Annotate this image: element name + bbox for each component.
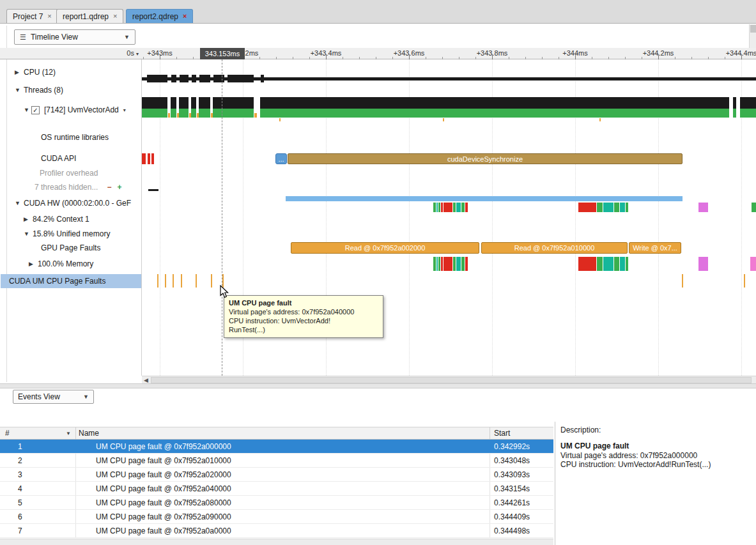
expanded-arrow-icon[interactable]: ▼	[15, 87, 22, 93]
collapsed-arrow-icon[interactable]: ▶	[29, 261, 36, 267]
context-activity-segment[interactable]	[603, 203, 613, 212]
memory-activity-segment[interactable]	[441, 257, 443, 271]
memory-activity-segment[interactable]	[453, 257, 456, 271]
events-table-scrollbar[interactable]	[0, 539, 553, 545]
thread-checkbox[interactable]: ✓	[31, 106, 40, 114]
cuda-api-left-calls-segment[interactable]	[142, 153, 146, 164]
thread-state-green-segment[interactable]	[171, 109, 176, 118]
sidebar-item-context1[interactable]: ▶ 84.2% Context 1	[6, 212, 141, 226]
thread-state-top-segment[interactable]	[213, 97, 254, 109]
cpu-usage-segment[interactable]	[213, 75, 224, 82]
tab-close-icon[interactable]: ×	[113, 13, 117, 20]
tab-report1[interactable]: report1.qdrep ×	[56, 9, 123, 23]
expanded-arrow-icon[interactable]: ▼	[15, 200, 22, 206]
memory-activity-segment[interactable]	[597, 257, 603, 271]
collapsed-arrow-icon[interactable]: ▶	[24, 216, 31, 222]
panel-splitter[interactable]	[0, 383, 756, 388]
memory-activity-segment[interactable]	[456, 257, 461, 271]
memory-activity-segment[interactable]	[578, 257, 596, 271]
sidebar-item-threads[interactable]: ▼ Threads (8)	[6, 83, 141, 97]
thread-state-top-segment[interactable]	[740, 97, 756, 109]
thread-gap-marks-segment[interactable]	[189, 113, 191, 118]
thread-state-green-segment[interactable]	[191, 109, 196, 118]
thread-marker-ticks-segment[interactable]	[599, 118, 601, 121]
context-activity-segment[interactable]	[433, 203, 436, 212]
thread-marker-ticks-segment[interactable]	[443, 118, 444, 121]
thread-state-green-segment[interactable]	[179, 109, 189, 118]
thread-state-green-segment[interactable]	[260, 109, 729, 118]
tab-close-icon[interactable]: ×	[183, 13, 187, 20]
context-activity-segment[interactable]	[578, 203, 596, 212]
sidebar-item-um-cpu-page-faults[interactable]: CUDA UM CPU Page Faults	[1, 274, 141, 288]
thread-state-top-segment[interactable]	[199, 97, 210, 109]
thread-state-top-segment[interactable]	[179, 97, 189, 109]
context-activity-segment[interactable]	[597, 203, 603, 212]
context-activity-segment[interactable]	[456, 203, 461, 212]
memory-activity-segment[interactable]	[626, 257, 628, 271]
context-activity-segment[interactable]	[752, 203, 756, 212]
chevron-down-icon[interactable]: ▾	[123, 107, 126, 113]
context-activity-segment[interactable]	[698, 203, 708, 212]
tab-close-icon[interactable]: ×	[47, 13, 51, 20]
context-activity-segment[interactable]	[444, 203, 452, 212]
event-table-row[interactable]: 7UM CPU page fault @ 0x7f952a0a00000.344…	[0, 524, 553, 538]
thread-gap-marks-segment[interactable]	[197, 113, 199, 118]
expanded-arrow-icon[interactable]: ▼	[24, 107, 31, 113]
thread-gap-marks-segment[interactable]	[254, 113, 257, 118]
um-cpu-page-fault-tick[interactable]	[211, 274, 212, 288]
cpu-usage-segment[interactable]	[171, 75, 176, 82]
sidebar-item-cpu[interactable]: ▶ CPU (12)	[6, 65, 141, 79]
scrollbar-thumb[interactable]	[151, 377, 752, 383]
context-activity-segment[interactable]	[461, 203, 465, 212]
thread-state-green-segment[interactable]	[740, 109, 756, 118]
thread-state-green-segment[interactable]	[199, 109, 210, 118]
event-table-row[interactable]: 2UM CPU page fault @ 0x7f952a0100000.343…	[0, 454, 553, 468]
thread-state-green-segment[interactable]	[213, 109, 254, 118]
cpu-usage-segment[interactable]	[192, 75, 196, 82]
gpu-page-fault-bar[interactable]: Write @ 0x7...	[629, 242, 681, 254]
cuda-api-call-bar[interactable]: cudaDeviceSynchronize	[288, 153, 683, 164]
expanded-arrow-icon[interactable]: ▼	[24, 231, 31, 237]
thread-state-top-segment[interactable]	[733, 97, 736, 109]
event-table-row[interactable]: 3UM CPU page fault @ 0x7f952a0200000.343…	[0, 468, 553, 482]
context-activity-segment[interactable]	[620, 203, 625, 212]
sidebar-item-memory[interactable]: ▶ 100.0% Memory	[6, 257, 141, 271]
thread-gap-marks-segment[interactable]	[168, 113, 170, 118]
thread-state-top-segment[interactable]	[191, 97, 196, 109]
timeline-vertical-scrollbar[interactable]	[749, 24, 756, 48]
column-header-name[interactable]: Name	[76, 427, 490, 439]
thread-state-green-segment[interactable]	[142, 109, 167, 118]
cpu-usage-segment[interactable]	[261, 75, 264, 82]
memory-activity-segment[interactable]	[465, 257, 468, 271]
um-cpu-page-fault-tick[interactable]	[196, 274, 197, 288]
cuda-api-left-calls-segment[interactable]	[148, 153, 150, 164]
collapsed-arrow-icon[interactable]: ▶	[15, 69, 22, 75]
context-activity-segment[interactable]	[436, 203, 438, 212]
events-view-selector[interactable]: Events View ▼	[13, 390, 94, 404]
sidebar-item-profiler-overhead[interactable]: Profiler overhead	[6, 166, 141, 180]
memory-activity-segment[interactable]	[436, 257, 438, 271]
um-cpu-page-fault-tick[interactable]	[173, 274, 174, 288]
context-activity-segment[interactable]	[453, 203, 456, 212]
column-header-start[interactable]: Start	[490, 427, 553, 439]
memory-activity-segment[interactable]	[750, 257, 756, 271]
context-activity-segment[interactable]	[626, 203, 628, 212]
cpu-usage-segment[interactable]	[199, 75, 210, 82]
um-cpu-page-fault-tick[interactable]	[181, 274, 182, 288]
context-activity-segment[interactable]	[438, 203, 440, 212]
memory-activity-segment[interactable]	[698, 257, 708, 271]
memcpy-htod-bar-segment[interactable]	[286, 196, 683, 201]
event-table-row[interactable]: 4UM CPU page fault @ 0x7f952a0400000.343…	[0, 482, 553, 496]
event-table-row[interactable]: 6UM CPU page fault @ 0x7f952a0900000.344…	[0, 510, 553, 524]
um-cpu-page-fault-tick[interactable]	[157, 274, 158, 288]
memory-activity-segment[interactable]	[461, 257, 465, 271]
sidebar-item-threads-hidden[interactable]: 7 threads hidden... − +	[6, 180, 141, 194]
thread-state-top-segment[interactable]	[171, 97, 176, 109]
memory-activity-segment[interactable]	[444, 257, 452, 271]
collapsed-range-chip[interactable]: ...	[275, 153, 287, 164]
cpu-usage-segment[interactable]	[147, 75, 167, 82]
memory-activity-segment[interactable]	[433, 257, 436, 271]
sidebar-item-unified-memory[interactable]: ▼ 15.8% Unified memory	[6, 227, 141, 241]
memory-activity-segment[interactable]	[620, 257, 625, 271]
tab-report2-active[interactable]: report2.qdrep ×	[126, 9, 193, 23]
